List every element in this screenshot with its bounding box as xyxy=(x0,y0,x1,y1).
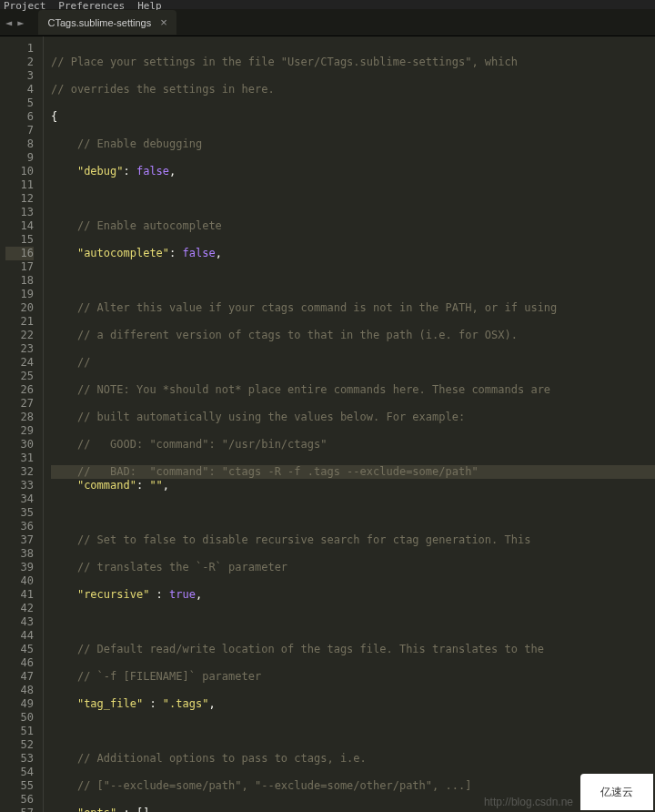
close-icon[interactable]: × xyxy=(160,15,167,29)
nav-back-icon[interactable]: ◄ xyxy=(5,16,12,29)
menubar: Project Preferences Help xyxy=(0,0,655,9)
nav-forward-icon[interactable]: ► xyxy=(17,16,24,29)
tab-bar: ◄ ► CTags.sublime-settings × xyxy=(0,9,655,36)
line-gutter: 1 2 3 4 5 6 7 8 9 10 11 12 13 14 15 16 1… xyxy=(0,36,44,812)
tab-title: CTags.sublime-settings xyxy=(47,17,151,28)
code-content[interactable]: // Place your settings in the file "User… xyxy=(44,36,655,812)
editor-area[interactable]: 1 2 3 4 5 6 7 8 9 10 11 12 13 14 15 16 1… xyxy=(0,36,655,812)
line-number: 1 xyxy=(5,42,34,56)
tab-ctags-settings[interactable]: CTags.sublime-settings × xyxy=(38,10,176,35)
